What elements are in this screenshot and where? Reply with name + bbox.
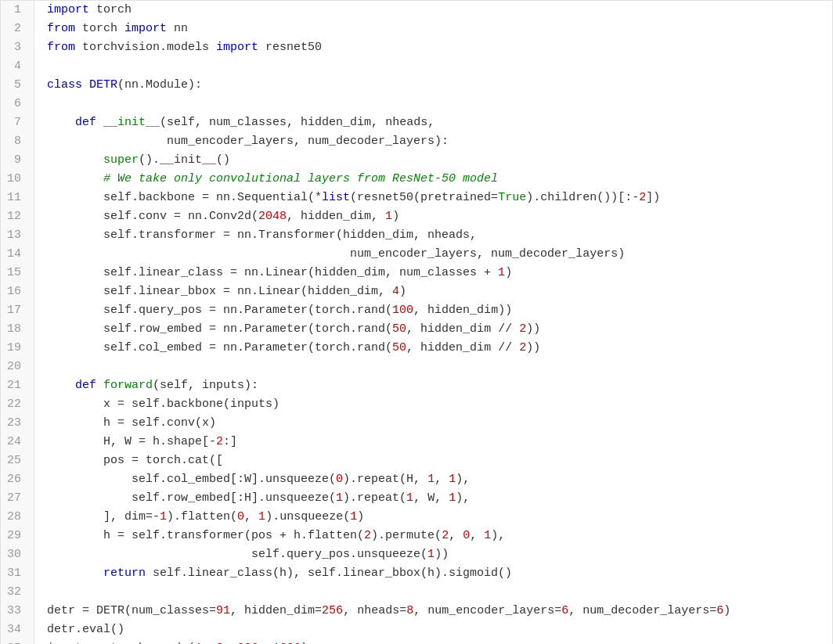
line-code: inputs = torch.randn(1, 3, 800, 1200) — [34, 639, 832, 644]
line-number: 33 — [1, 602, 34, 621]
table-row: 34detr.eval() — [1, 621, 832, 639]
line-code: detr = DETR(num_classes=91, hidden_dim=2… — [34, 602, 832, 621]
line-code: self.linear_class = nn.Linear(hidden_dim… — [34, 264, 832, 282]
line-code: self.col_embed[:W].unsqueeze(0).repeat(H… — [34, 470, 832, 489]
line-code: class DETR(nn.Module): — [34, 76, 832, 95]
line-number: 29 — [1, 527, 34, 545]
line-number: 19 — [1, 339, 34, 358]
line-code: x = self.backbone(inputs) — [34, 395, 832, 414]
table-row: 27 self.row_embed[:H].unsqueeze(1).repea… — [1, 489, 832, 508]
line-code: from torchvision.models import resnet50 — [34, 38, 832, 57]
line-number: 6 — [1, 95, 34, 113]
line-code: from torch import nn — [34, 20, 832, 38]
line-number: 4 — [1, 57, 34, 76]
line-number: 12 — [1, 207, 34, 226]
line-code: num_encoder_layers, num_decoder_layers): — [34, 132, 832, 151]
line-number: 21 — [1, 376, 34, 395]
line-number: 28 — [1, 508, 34, 527]
line-number: 27 — [1, 489, 34, 508]
table-row: 25 pos = torch.cat([ — [1, 452, 832, 470]
line-number: 3 — [1, 38, 34, 57]
table-row: 21 def forward(self, inputs): — [1, 376, 832, 395]
line-code: return self.linear_class(h), self.linear… — [34, 564, 832, 583]
line-code: ], dim=-1).flatten(0, 1).unsqueeze(1) — [34, 508, 832, 527]
table-row: 19 self.col_embed = nn.Parameter(torch.r… — [1, 339, 832, 358]
line-number: 9 — [1, 151, 34, 170]
line-code — [34, 95, 832, 113]
line-number: 17 — [1, 301, 34, 320]
line-code: h = self.transformer(pos + h.flatten(2).… — [34, 527, 832, 545]
line-code: self.query_pos.unsqueeze(1)) — [34, 545, 832, 564]
line-number: 2 — [1, 20, 34, 38]
line-number: 35 — [1, 639, 34, 644]
table-row: 10 # We take only convolutional layers f… — [1, 170, 832, 189]
line-number: 13 — [1, 226, 34, 245]
line-code: self.row_embed = nn.Parameter(torch.rand… — [34, 320, 832, 339]
line-number: 25 — [1, 452, 34, 470]
line-number: 31 — [1, 564, 34, 583]
table-row: 7 def __init__(self, num_classes, hidden… — [1, 113, 832, 132]
line-number: 7 — [1, 113, 34, 132]
table-row: 31 return self.linear_class(h), self.lin… — [1, 564, 832, 583]
table-row: 13 self.transformer = nn.Transformer(hid… — [1, 226, 832, 245]
line-code: self.linear_bbox = nn.Linear(hidden_dim,… — [34, 282, 832, 301]
table-row: 17 self.query_pos = nn.Parameter(torch.r… — [1, 301, 832, 320]
table-row: 23 h = self.conv(x) — [1, 414, 832, 433]
line-number: 8 — [1, 132, 34, 151]
line-number: 23 — [1, 414, 34, 433]
table-row: 15 self.linear_class = nn.Linear(hidden_… — [1, 264, 832, 282]
table-row: 18 self.row_embed = nn.Parameter(torch.r… — [1, 320, 832, 339]
table-row: 29 h = self.transformer(pos + h.flatten(… — [1, 527, 832, 545]
table-row: 3from torchvision.models import resnet50 — [1, 38, 832, 57]
line-number: 34 — [1, 621, 34, 639]
line-number: 30 — [1, 545, 34, 564]
line-code — [34, 57, 832, 76]
line-number: 32 — [1, 583, 34, 602]
table-row: 30 self.query_pos.unsqueeze(1)) — [1, 545, 832, 564]
table-row: 20 — [1, 358, 832, 376]
line-code: self.transformer = nn.Transformer(hidden… — [34, 226, 832, 245]
line-code: self.row_embed[:H].unsqueeze(1).repeat(1… — [34, 489, 832, 508]
table-row: 12 self.conv = nn.Conv2d(2048, hidden_di… — [1, 207, 832, 226]
table-row: 11 self.backbone = nn.Sequential(*list(r… — [1, 189, 832, 207]
line-number: 22 — [1, 395, 34, 414]
line-code: detr.eval() — [34, 621, 832, 639]
table-row: 33detr = DETR(num_classes=91, hidden_dim… — [1, 602, 832, 621]
line-number: 20 — [1, 358, 34, 376]
line-number: 26 — [1, 470, 34, 489]
line-number: 18 — [1, 320, 34, 339]
table-row: 26 self.col_embed[:W].unsqueeze(0).repea… — [1, 470, 832, 489]
table-row: 8 num_encoder_layers, num_decoder_layers… — [1, 132, 832, 151]
line-code: self.conv = nn.Conv2d(2048, hidden_dim, … — [34, 207, 832, 226]
code-container: 1import torch2from torch import nn3from … — [0, 0, 833, 644]
line-code: super().__init__() — [34, 151, 832, 170]
line-number: 5 — [1, 76, 34, 95]
line-number: 10 — [1, 170, 34, 189]
table-row: 22 x = self.backbone(inputs) — [1, 395, 832, 414]
line-code: h = self.conv(x) — [34, 414, 832, 433]
table-row: 6 — [1, 95, 832, 113]
table-row: 35inputs = torch.randn(1, 3, 800, 1200) — [1, 639, 832, 644]
line-number: 16 — [1, 282, 34, 301]
table-row: 9 super().__init__() — [1, 151, 832, 170]
table-row: 24 H, W = h.shape[-2:] — [1, 433, 832, 452]
line-code: self.query_pos = nn.Parameter(torch.rand… — [34, 301, 832, 320]
line-code: H, W = h.shape[-2:] — [34, 433, 832, 452]
line-code — [34, 583, 832, 602]
code-table: 1import torch2from torch import nn3from … — [1, 1, 832, 644]
table-row: 4 — [1, 57, 832, 76]
line-number: 11 — [1, 189, 34, 207]
line-code: def forward(self, inputs): — [34, 376, 832, 395]
line-code: self.col_embed = nn.Parameter(torch.rand… — [34, 339, 832, 358]
line-code: import torch — [34, 1, 832, 20]
line-code: pos = torch.cat([ — [34, 452, 832, 470]
line-code: num_encoder_layers, num_decoder_layers) — [34, 245, 832, 264]
table-row: 28 ], dim=-1).flatten(0, 1).unsqueeze(1) — [1, 508, 832, 527]
line-number: 14 — [1, 245, 34, 264]
table-row: 16 self.linear_bbox = nn.Linear(hidden_d… — [1, 282, 832, 301]
table-row: 2from torch import nn — [1, 20, 832, 38]
table-row: 14 num_encoder_layers, num_decoder_layer… — [1, 245, 832, 264]
line-code — [34, 358, 832, 376]
table-row: 32 — [1, 583, 832, 602]
line-code: # We take only convolutional layers from… — [34, 170, 832, 189]
